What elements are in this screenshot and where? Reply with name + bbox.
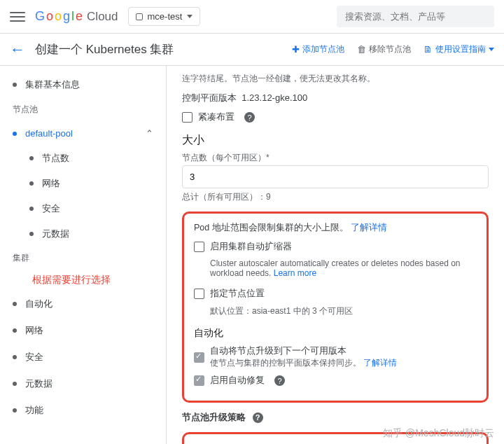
cp-version-label: 控制平面版本 (182, 92, 237, 103)
size-heading: 大小 (182, 133, 489, 148)
pod-limit-text: Pod 地址范围会限制集群的大小上限。 (194, 223, 349, 233)
menu-icon[interactable] (10, 12, 25, 22)
auto-upgrade-label: 自动将节点升级到下一个可用版本 (210, 345, 397, 357)
sidebar-cat-pool: 节点池 (0, 98, 166, 121)
help-icon[interactable]: ? (244, 112, 255, 123)
sidebar-pool-network[interactable]: 网络 (29, 171, 166, 196)
sidebar: 集群基本信息 节点池 default-pool⌃ 节点数 网络 安全 元数据 集… (0, 66, 167, 444)
trash-icon: 🗑 (357, 44, 366, 55)
sidebar-pool-security[interactable]: 安全 (29, 196, 166, 221)
location-checkbox[interactable] (194, 289, 204, 299)
learn-link-2[interactable]: 了解详情 (363, 358, 397, 368)
annotation-note: 根据需要进行选择 (0, 270, 166, 291)
nodes-label: 节点数（每个可用区）* (182, 152, 489, 164)
back-arrow-icon[interactable]: ← (10, 41, 25, 59)
sidebar-cat-cluster: 集群 (0, 247, 166, 270)
sidebar-cluster-network[interactable]: 网络 (0, 317, 166, 344)
search-input[interactable] (337, 6, 494, 27)
sidebar-cluster-metadata[interactable]: 元数据 (0, 370, 166, 397)
learn-more-link[interactable]: Learn more (274, 268, 316, 278)
sidebar-pool-nodes[interactable]: 节点数 (29, 146, 166, 171)
total-nodes: 总计（所有可用区）：9 (182, 191, 489, 203)
help-icon[interactable]: ? (253, 412, 263, 423)
content-area: 连字符结尾。节点池一经创建，便无法更改其名称。 控制平面版本 1.23.12-g… (167, 66, 504, 444)
autoscaler-checkbox[interactable] (194, 242, 204, 252)
sidebar-pool-metadata[interactable]: 元数据 (29, 221, 166, 247)
compact-label: 紧凑布置 (198, 111, 234, 123)
setup-guide-button[interactable]: 🗎使用设置指南 (424, 43, 494, 55)
auto-repair-label: 启用自动修复 (210, 375, 265, 387)
location-default: 默认位置：asia-east1 中的 3 个可用区 (210, 305, 477, 317)
page-title: 创建一个 Kubernetes 集群 (35, 41, 174, 57)
sidebar-cluster-auto[interactable]: 自动化 (0, 291, 166, 317)
compact-checkbox[interactable] (182, 112, 192, 123)
search-box[interactable] (337, 6, 494, 27)
automation-heading: 自动化 (194, 327, 477, 340)
nodes-input[interactable] (182, 165, 489, 188)
chevron-up-icon: ⌃ (146, 128, 153, 139)
sidebar-basic-info[interactable]: 集群基本信息 (0, 71, 166, 98)
plus-icon: ✚ (292, 44, 300, 55)
sidebar-default-pool[interactable]: default-pool⌃ (0, 121, 166, 146)
upgrade-strategy-heading: 节点池升级策略 ? (182, 411, 489, 424)
help-icon[interactable]: ? (274, 375, 285, 386)
add-nodepool-button[interactable]: ✚添加节点池 (292, 43, 344, 55)
auto-upgrade-checkbox[interactable] (194, 352, 204, 363)
name-hint: 连字符结尾。节点池一经创建，便无法更改其名称。 (182, 73, 489, 85)
cp-version-value: 1.23.12-gke.100 (241, 92, 307, 103)
remove-nodepool-button[interactable]: 🗑移除节点池 (357, 43, 411, 55)
sidebar-cluster-security[interactable]: 安全 (0, 344, 166, 370)
gcp-logo: Google Cloud (35, 9, 118, 24)
watermark: 知乎 @MeshCloud脉时云 (383, 427, 494, 440)
sidebar-cluster-feature[interactable]: 功能 (0, 397, 166, 424)
location-label: 指定节点位置 (210, 288, 265, 300)
learn-link[interactable]: 了解详情 (351, 223, 387, 233)
auto-repair-checkbox[interactable] (194, 375, 204, 386)
doc-icon: 🗎 (424, 44, 433, 55)
project-selector[interactable]: mce-test (128, 7, 201, 26)
project-name: mce-test (148, 11, 183, 22)
autoscaler-label: 启用集群自动扩缩器 (210, 241, 292, 253)
chevron-down-icon (187, 15, 192, 18)
highlight-box-autoscale: Pod 地址范围会限制集群的大小上限。 了解详情 启用集群自动扩缩器 Clust… (182, 211, 489, 403)
